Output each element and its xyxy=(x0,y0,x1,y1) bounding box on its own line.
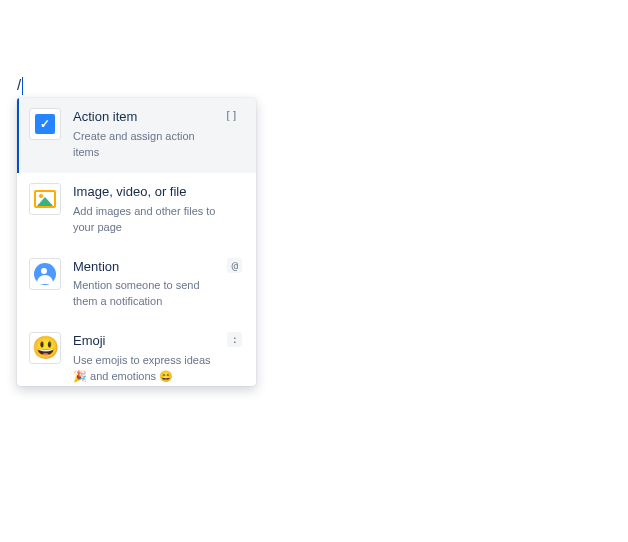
menu-item-text: Action item Create and assign action ite… xyxy=(73,108,242,161)
menu-item-title: Mention xyxy=(73,259,224,276)
insert-menu-popup: Action item Create and assign action ite… xyxy=(17,98,256,386)
keyboard-shortcut: [] xyxy=(221,108,242,123)
smile-emoji-icon: 😄 xyxy=(159,370,173,382)
menu-item-desc: Create and assign action items xyxy=(73,129,224,161)
menu-item-text: Image, video, or file Add images and oth… xyxy=(73,183,242,236)
menu-item-text: Emoji Use emojis to express ideas 🎉 and … xyxy=(73,332,242,385)
emoji-desc-mid: and emotions xyxy=(87,370,159,382)
menu-item-mention[interactable]: Mention Mention someone to send them a n… xyxy=(17,248,256,323)
menu-item-desc: Mention someone to send them a notificat… xyxy=(73,278,224,310)
menu-item-desc: Use emojis to express ideas 🎉 and emotio… xyxy=(73,353,224,385)
menu-item-title: Image, video, or file xyxy=(73,184,224,201)
keyboard-shortcut: : xyxy=(227,332,242,347)
menu-item-title: Emoji xyxy=(73,333,224,350)
slash-command-trigger[interactable]: / xyxy=(17,76,23,95)
menu-item-title: Action item xyxy=(73,109,224,126)
image-icon xyxy=(29,183,61,215)
party-emoji-icon: 🎉 xyxy=(73,370,87,382)
menu-item-action-item[interactable]: Action item Create and assign action ite… xyxy=(17,98,256,173)
mention-icon xyxy=(29,258,61,290)
keyboard-shortcut: @ xyxy=(227,258,242,273)
insert-menu-scroll[interactable]: Action item Create and assign action ite… xyxy=(17,98,256,386)
menu-item-text: Mention Mention someone to send them a n… xyxy=(73,258,242,311)
menu-item-emoji[interactable]: 😃 Emoji Use emojis to express ideas 🎉 an… xyxy=(17,322,256,386)
action-item-icon xyxy=(29,108,61,140)
emoji-icon: 😃 xyxy=(29,332,61,364)
menu-item-image[interactable]: Image, video, or file Add images and oth… xyxy=(17,173,256,248)
menu-item-desc: Add images and other files to your page xyxy=(73,204,224,236)
emoji-desc-pre: Use emojis to express ideas xyxy=(73,354,211,366)
